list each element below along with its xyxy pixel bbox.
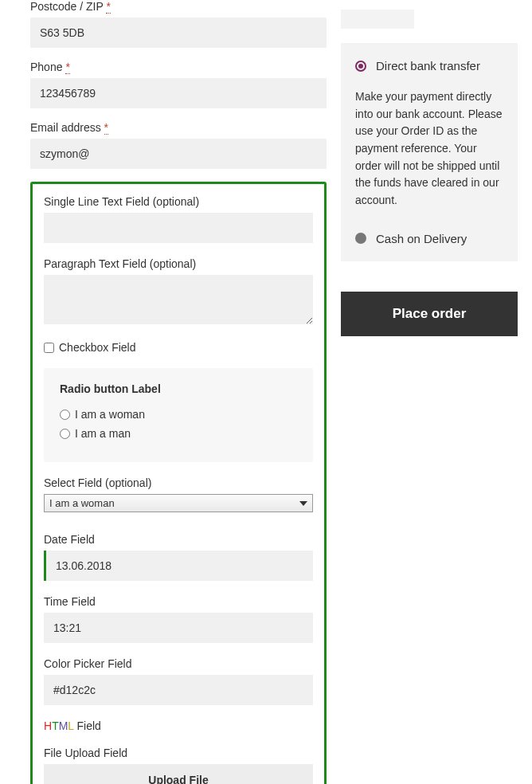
postcode-label: Postcode / ZIP *: [30, 0, 327, 13]
html-field-suffix: Field: [74, 719, 101, 732]
time-label: Time Field: [44, 595, 313, 608]
payment-option-bank[interactable]: Direct bank transfer: [355, 59, 503, 73]
time-input[interactable]: [44, 613, 313, 643]
date-input[interactable]: [44, 551, 313, 581]
checkbox-field[interactable]: [44, 343, 54, 353]
payment-option-cod-label: Cash on Delivery: [376, 232, 467, 245]
postcode-label-text: Postcode / ZIP: [30, 0, 104, 13]
phone-label: Phone *: [30, 61, 327, 73]
payment-option-bank-desc: Make your payment directly into our bank…: [355, 88, 503, 210]
html-field-label: HTML: [44, 719, 74, 732]
single-line-row: Single Line Text Field (optional): [44, 195, 313, 243]
select-label: Select Field (optional): [44, 476, 313, 489]
email-label: Email address *: [30, 121, 327, 134]
email-input[interactable]: [30, 139, 327, 169]
paragraph-input[interactable]: [44, 275, 313, 324]
sidebar: Direct bank transfer Make your payment d…: [341, 0, 532, 336]
sidebar-stub: [341, 10, 414, 29]
email-label-text: Email address: [30, 121, 101, 134]
radio-input-woman[interactable]: [60, 410, 70, 420]
paragraph-label: Paragraph Text Field (optional): [44, 257, 313, 270]
payment-option-cod[interactable]: Cash on Delivery: [355, 232, 503, 245]
payment-panel: Direct bank transfer Make your payment d…: [341, 43, 518, 261]
place-order-button[interactable]: Place order: [341, 292, 518, 336]
paragraph-row: Paragraph Text Field (optional): [44, 257, 313, 327]
radio-option-woman[interactable]: I am a woman: [60, 408, 297, 421]
email-row: Email address *: [30, 121, 327, 169]
radio-label-man: I am a man: [75, 427, 131, 440]
checkbox-label: Checkbox Field: [59, 341, 136, 354]
phone-row: Phone *: [30, 61, 327, 108]
date-row: Date Field: [44, 533, 313, 581]
select-row: Select Field (optional) I am a woman: [44, 476, 313, 512]
required-mark: *: [106, 0, 110, 14]
file-label: File Upload Field: [44, 747, 313, 759]
payment-option-bank-label: Direct bank transfer: [376, 59, 480, 73]
chevron-down-icon: [299, 501, 307, 506]
phone-label-text: Phone: [30, 61, 62, 73]
custom-fields-panel: Single Line Text Field (optional) Paragr…: [30, 182, 327, 784]
radio-input-man[interactable]: [60, 429, 70, 439]
select-field[interactable]: I am a woman: [44, 494, 313, 512]
upload-file-button[interactable]: Upload File: [44, 764, 313, 784]
radio-option-man[interactable]: I am a man: [60, 427, 297, 440]
postcode-input[interactable]: [30, 18, 327, 48]
radio-unselected-icon: [355, 233, 366, 244]
radio-label-woman: I am a woman: [75, 408, 145, 421]
select-value: I am a woman: [49, 497, 115, 509]
checkbox-row: Checkbox Field: [44, 341, 313, 354]
required-mark: *: [104, 121, 108, 135]
color-row: Color Picker Field: [44, 657, 313, 705]
radio-panel: Radio button Label I am a woman I am a m…: [44, 368, 313, 462]
time-row: Time Field: [44, 595, 313, 643]
phone-input[interactable]: [30, 78, 327, 108]
radio-panel-title: Radio button Label: [60, 382, 297, 395]
file-row: File Upload Field Upload File: [44, 747, 313, 784]
html-field-row: HTML Field: [44, 719, 313, 732]
radio-selected-icon: [355, 61, 366, 72]
single-line-label: Single Line Text Field (optional): [44, 195, 313, 208]
required-mark: *: [65, 61, 69, 74]
color-input[interactable]: [44, 675, 313, 705]
single-line-input[interactable]: [44, 213, 313, 243]
radio-panel-row: Radio button Label I am a woman I am a m…: [44, 368, 313, 462]
postcode-row: Postcode / ZIP *: [30, 0, 327, 48]
color-label: Color Picker Field: [44, 657, 313, 670]
date-label: Date Field: [44, 533, 313, 546]
